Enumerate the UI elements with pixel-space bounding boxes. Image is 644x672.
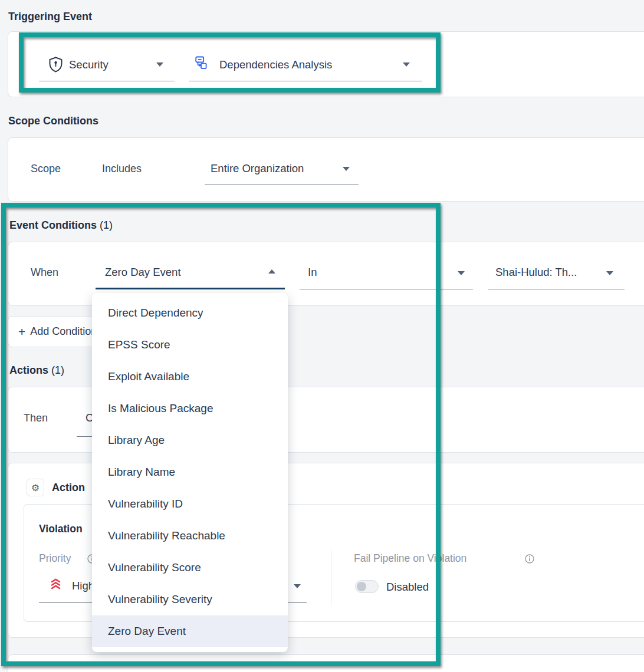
menu-option[interactable]: Vulnerability Score xyxy=(92,552,288,584)
dropdown-underline xyxy=(205,185,359,185)
fail-pipeline-toggle[interactable] xyxy=(355,580,379,593)
event-conditions-count: (1) xyxy=(100,219,113,231)
dropdown-underline xyxy=(488,289,625,289)
policy-editor-page: Triggering Event Security Dependencies A… xyxy=(0,0,644,672)
condition-operator-dropdown[interactable]: In xyxy=(308,266,317,279)
add-condition-label: Add Condition xyxy=(30,325,97,338)
trigger-category-dropdown[interactable]: Security xyxy=(69,58,109,71)
scope-value-dropdown[interactable]: Entire Organization xyxy=(211,162,304,175)
when-label: When xyxy=(31,266,58,279)
chevron-down-icon[interactable] xyxy=(606,271,613,275)
violation-title: Violation xyxy=(39,523,83,535)
menu-option[interactable]: Is Malicious Package xyxy=(92,393,288,424)
security-shield-icon xyxy=(49,57,63,73)
priority-dropdown[interactable]: High xyxy=(72,579,94,592)
gear-icon: ⚙ xyxy=(27,479,44,496)
plus-icon: + xyxy=(18,325,25,339)
chevron-down-icon[interactable] xyxy=(343,167,350,171)
dropdown-underline xyxy=(189,81,422,81)
event-conditions-heading-text: Event Conditions xyxy=(9,219,97,231)
menu-option[interactable]: EPSS Score xyxy=(92,329,288,361)
chevron-down-icon[interactable] xyxy=(294,584,301,588)
chevron-down-icon[interactable] xyxy=(403,62,410,67)
chevron-down-icon[interactable] xyxy=(156,62,163,67)
chevron-down-icon[interactable] xyxy=(458,271,465,275)
chevron-up-icon[interactable] xyxy=(268,269,275,274)
dropdown-underline xyxy=(300,289,473,289)
actions-count: (1) xyxy=(51,364,64,376)
next-section-card xyxy=(8,654,644,672)
scope-operator-label: Includes xyxy=(102,163,142,175)
vertical-divider xyxy=(331,549,331,605)
trigger-type-dropdown[interactable]: Dependencies Analysis xyxy=(219,58,332,71)
menu-option[interactable]: Vulnerability Severity xyxy=(92,584,288,615)
priority-high-icon xyxy=(50,578,62,589)
toggle-knob xyxy=(357,582,366,591)
info-icon[interactable] xyxy=(525,554,534,564)
menu-option-selected[interactable]: Zero Day Event xyxy=(92,615,288,647)
fail-pipeline-state-label: Disabled xyxy=(386,581,429,594)
menu-option[interactable]: Exploit Available xyxy=(92,361,288,393)
then-label: Then xyxy=(24,412,48,424)
scope-label: Scope xyxy=(31,163,61,175)
triggering-event-heading: Triggering Event xyxy=(8,11,92,23)
event-conditions-heading: Event Conditions (1) xyxy=(9,219,113,232)
condition-field-dropdown[interactable]: Zero Day Event xyxy=(105,266,181,279)
action-card-title: Action xyxy=(52,482,85,494)
fail-pipeline-label: Fail Pipeline on Violation xyxy=(354,552,466,565)
menu-option[interactable]: Library Name xyxy=(92,456,288,488)
menu-option[interactable]: Library Age xyxy=(92,424,288,456)
actions-heading: Actions (1) xyxy=(9,364,64,377)
priority-label: Priority xyxy=(39,552,71,565)
condition-value-dropdown[interactable]: Shai-Hulud: Th... xyxy=(495,266,577,279)
dropdown-underline xyxy=(39,81,175,81)
actions-heading-text: Actions xyxy=(9,364,48,376)
dependencies-analysis-icon xyxy=(194,56,208,71)
menu-option[interactable]: Vulnerability ID xyxy=(92,488,288,520)
scope-conditions-heading: Scope Conditions xyxy=(8,115,98,127)
menu-option[interactable]: Direct Dependency xyxy=(92,297,288,329)
condition-field-dropdown-menu: Direct Dependency EPSS Score Exploit Ava… xyxy=(92,293,288,652)
menu-option[interactable]: Vulnerability Reachable xyxy=(92,520,288,552)
dropdown-underline-active xyxy=(96,288,285,289)
